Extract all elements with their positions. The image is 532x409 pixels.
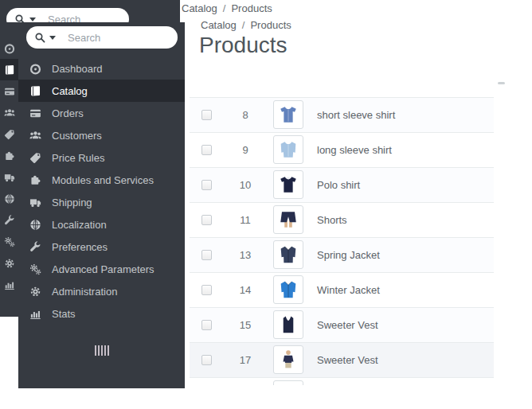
globe-icon[interactable] xyxy=(0,188,18,209)
wrench-icon[interactable] xyxy=(0,209,18,231)
globe-icon xyxy=(29,219,41,231)
product-row: 17 Sweeter Vest xyxy=(190,342,494,377)
search-scope-caret-icon[interactable] xyxy=(29,18,36,21)
breadcrumb-catalog-link[interactable]: Catalog xyxy=(201,19,237,31)
tag-icon xyxy=(29,152,41,164)
product-row: 11 Shorts xyxy=(190,202,494,237)
tag-icon[interactable] xyxy=(0,123,18,145)
product-row-partial xyxy=(190,377,494,385)
product-thumbnail[interactable] xyxy=(273,205,303,234)
sidebar-item-price-rules[interactable]: Price Rules xyxy=(18,146,185,169)
topbar-search-input[interactable]: Search xyxy=(6,8,129,22)
gear-icon[interactable] xyxy=(0,252,18,274)
row-checkbox[interactable] xyxy=(201,320,212,330)
sidebar-item-localization[interactable]: Localization xyxy=(18,213,185,236)
credit-card-icon xyxy=(29,107,41,119)
sidebar-item-customers[interactable]: Customers xyxy=(18,124,185,146)
product-row: 14 Winter Jacket xyxy=(190,272,494,307)
product-name-link[interactable]: short sleeve shirt xyxy=(317,98,395,133)
sidebar-nav: Dashboard Catalog Orders Customers Price… xyxy=(18,57,185,325)
product-name-link[interactable]: Spring Jacket xyxy=(317,238,380,273)
row-checkbox[interactable] xyxy=(201,250,212,260)
row-checkbox[interactable] xyxy=(201,355,212,365)
people-icon xyxy=(29,130,41,142)
breadcrumb-separator: / xyxy=(223,2,226,14)
product-thumbnail[interactable] xyxy=(273,310,303,339)
sidebar-item-shipping[interactable]: Shipping xyxy=(18,191,185,213)
product-name-link[interactable]: Sweeter Vest xyxy=(317,343,378,378)
product-row: 10 Polo shirt xyxy=(190,167,494,202)
collapsed-sidebar-icon-strip xyxy=(0,22,18,317)
truck-icon[interactable] xyxy=(0,166,18,188)
search-scope-caret-icon[interactable] xyxy=(49,36,56,40)
puzzle-icon[interactable] xyxy=(0,145,18,166)
search-placeholder: Search xyxy=(48,14,80,23)
product-thumbnail[interactable] xyxy=(273,380,303,385)
product-name-link[interactable]: Sweeter Vest xyxy=(317,308,378,343)
row-checkbox[interactable] xyxy=(201,145,212,155)
search-placeholder: Search xyxy=(68,32,100,44)
row-checkbox[interactable] xyxy=(201,110,212,120)
product-row: 13 Spring Jacket xyxy=(190,237,494,272)
wrench-icon xyxy=(29,241,41,253)
people-icon[interactable] xyxy=(0,102,18,123)
breadcrumb-separator: / xyxy=(242,19,245,31)
sidebar-item-catalog[interactable]: Catalog xyxy=(18,80,185,102)
product-id: 13 xyxy=(228,238,263,273)
gear-icon xyxy=(29,286,41,298)
search-icon xyxy=(34,32,46,44)
row-checkbox[interactable] xyxy=(201,215,212,225)
sidebar-search-input[interactable]: Search xyxy=(26,26,178,49)
product-id: 15 xyxy=(228,308,263,343)
truck-icon xyxy=(29,197,41,208)
product-thumbnail[interactable] xyxy=(273,240,303,269)
bar-chart-icon xyxy=(29,308,41,320)
product-id: 11 xyxy=(228,203,263,238)
sidebar-item-advanced-parameters[interactable]: Advanced Parameters xyxy=(18,258,185,280)
breadcrumb-catalog-link[interactable]: Catalog xyxy=(182,2,217,14)
breadcrumb: Catalog/Products xyxy=(182,2,272,14)
product-row: 15 Sweeter Vest xyxy=(190,307,494,342)
sidebar-menu-panel: Search Dashboard Catalog Orders Customer… xyxy=(18,22,185,388)
book-icon[interactable] xyxy=(0,59,18,80)
row-checkbox[interactable] xyxy=(201,180,212,190)
prestashop-admin-screen: Search Search Dashboard Catalog Orders C… xyxy=(0,0,532,409)
cogs-icon[interactable] xyxy=(0,231,18,252)
product-id: 17 xyxy=(228,343,263,378)
product-thumbnail[interactable] xyxy=(273,275,303,304)
collapse-menu-button[interactable] xyxy=(18,345,185,356)
product-name-link[interactable]: Polo shirt xyxy=(317,168,360,203)
product-row: 9 long sleeve shirt xyxy=(190,132,494,167)
breadcrumb-products-link[interactable]: Products xyxy=(231,2,272,14)
puzzle-icon xyxy=(29,174,41,186)
product-name-link[interactable]: Shorts xyxy=(317,203,347,238)
product-id: 10 xyxy=(228,168,263,203)
sidebar-item-dashboard[interactable]: Dashboard xyxy=(18,57,185,80)
scrollbar-dash xyxy=(498,82,505,84)
product-name-link[interactable]: long sleeve shirt xyxy=(317,133,392,168)
products-table: 8 short sleeve shirt 9 long sleeve shirt… xyxy=(190,97,494,385)
collapsed-sidebar-top: Search xyxy=(0,0,180,22)
sidebar-item-orders[interactable]: Orders xyxy=(18,102,185,124)
product-name-link[interactable]: Winter Jacket xyxy=(317,273,380,308)
bar-chart-icon[interactable] xyxy=(0,274,18,295)
product-thumbnail[interactable] xyxy=(273,100,303,129)
product-row: 8 short sleeve shirt xyxy=(190,97,494,132)
sidebar-item-preferences[interactable]: Preferences xyxy=(18,236,185,258)
row-checkbox[interactable] xyxy=(201,285,212,295)
product-thumbnail[interactable] xyxy=(273,170,303,199)
book-icon xyxy=(29,85,41,97)
product-id: 14 xyxy=(228,273,263,308)
sidebar-item-modules-and-services[interactable]: Modules and Services xyxy=(18,169,185,191)
search-icon xyxy=(14,14,26,23)
product-thumbnail[interactable] xyxy=(273,135,303,164)
page-title: Products xyxy=(199,32,288,58)
product-thumbnail[interactable] xyxy=(273,345,303,374)
credit-card-icon[interactable] xyxy=(0,80,18,102)
sidebar-item-administration[interactable]: Administration xyxy=(18,280,185,302)
gauge-icon[interactable] xyxy=(0,37,18,59)
gauge-icon xyxy=(29,63,41,75)
sidebar-item-stats[interactable]: Stats xyxy=(18,302,185,325)
cogs-icon xyxy=(29,263,41,275)
breadcrumb-products-link[interactable]: Products xyxy=(250,19,291,31)
